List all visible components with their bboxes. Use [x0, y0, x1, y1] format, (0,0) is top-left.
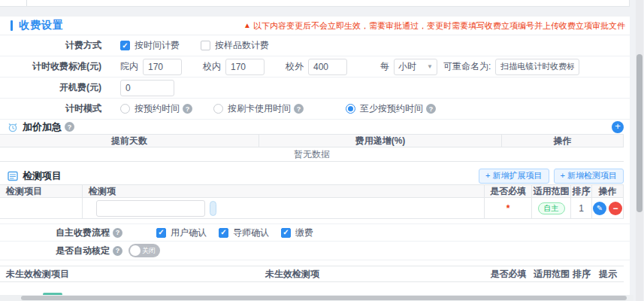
toggle-knob	[130, 245, 141, 256]
radio-by-card-usage[interactable]	[213, 104, 223, 114]
surcharge-col-days: 提前天数	[0, 135, 259, 147]
question-icon[interactable]: ?	[113, 246, 122, 256]
table-row: * 自主 1 ✎ −	[0, 198, 624, 219]
auto-confirm-toggle[interactable]: 关闭	[128, 244, 160, 257]
inactive-items-table-header: 未生效检测项目 未生效检测项 是否必填 适用范围 排序 提示	[0, 266, 624, 282]
test-items-table: 检测项目 检测项 是否必填 适用范围 排序 操作 * 自主 1 ✎ −	[0, 184, 624, 219]
remove-icon[interactable]: −	[609, 202, 622, 215]
add-extended-item-button[interactable]: + 新增扩展项目	[479, 169, 549, 184]
test-row-item-cell	[83, 198, 485, 218]
radio-at-least-reservation[interactable]	[346, 104, 355, 114]
horizontal-scrollbar	[0, 295, 633, 301]
scope-badge: 自主	[538, 202, 565, 214]
billing-method-label: 计费方式	[0, 39, 101, 52]
rate-campus-input[interactable]	[225, 59, 265, 75]
rate-campus-label: 校内	[203, 60, 221, 73]
inactive-col-order: 排序	[571, 268, 592, 281]
hourly-rate-label: 计时收费标准(元)	[0, 60, 101, 73]
title-accent-bar	[11, 20, 13, 31]
fee-settings-page: 收费设置 ▲ 以下内容变更后不会立即生效，需要审批通过，变更时需要填写收费立项编…	[0, 0, 644, 301]
divider	[26, 0, 27, 6]
fee-settings-card: 收费设置 ▲ 以下内容变更后不会立即生效，需要审批通过，变更时需要填写收费立项编…	[0, 17, 630, 295]
test-col-project: 检测项目	[0, 185, 83, 197]
inactive-col-scope: 适用范围	[532, 268, 571, 281]
self-fee-process-label: 自主收费流程	[0, 227, 110, 239]
inactive-col-item: 未生效检测项	[259, 268, 485, 281]
checkbox-payment[interactable]	[281, 228, 291, 238]
checkbox-tutor-confirm-label: 导师确认	[233, 227, 269, 239]
question-icon[interactable]: ?	[183, 104, 192, 114]
previous-card-edge	[0, 0, 630, 7]
checkbox-sample-billing[interactable]	[201, 41, 210, 50]
test-col-order: 排序	[571, 185, 592, 197]
test-item-input[interactable]	[96, 200, 205, 217]
auto-confirm-row: 是否自动核定 ? 关闭	[0, 242, 630, 260]
radio-by-reservation[interactable]	[120, 104, 130, 114]
test-col-required: 是否必填	[485, 185, 532, 197]
surcharge-col-increase: 费用递增(%)	[259, 135, 502, 147]
startup-fee-input[interactable]	[120, 80, 174, 96]
inactive-col-required: 是否必填	[485, 268, 532, 281]
toggle-state-text: 关闭	[142, 246, 156, 255]
self-fee-process-row: 自主收费流程 ? 用户确认 导师确认 缴费	[0, 223, 630, 242]
test-row-project-cell	[0, 198, 83, 218]
surcharge-section-header: 加价加急 ? +	[0, 120, 630, 134]
rate-internal-input[interactable]	[143, 59, 182, 75]
approval-warning: ▲ 以下内容变更后不会立即生效，需要审批通过，变更时需要填写收费立项编号并上传收…	[243, 20, 625, 32]
checkbox-time-billing[interactable]	[120, 41, 130, 50]
surcharge-col-actions: 操作	[502, 135, 624, 147]
unit-select[interactable]: 小时 ▼	[394, 59, 437, 75]
test-col-item: 检测项	[83, 185, 485, 197]
add-test-item-button[interactable]: + 新增检测项目	[554, 169, 624, 184]
drag-handle-icon[interactable]	[210, 201, 216, 216]
question-icon[interactable]: ?	[65, 122, 74, 132]
question-icon[interactable]: ?	[113, 228, 122, 238]
chevron-down-icon: ▼	[427, 63, 433, 70]
surcharge-title: 加价加急	[23, 120, 62, 134]
vertical-scrollbar-thumb[interactable]	[636, 54, 642, 212]
test-items-section-header: 检测项目 + 新增扩展项目 + 新增检测项目	[0, 167, 630, 184]
hourly-rate-row: 计时收费标准(元) 院内 校内 校外 每 小时 ▼ 可重命名为:	[0, 56, 630, 78]
checkbox-time-billing-label: 按时间计费	[135, 39, 180, 52]
vertical-scrollbar	[636, 0, 643, 301]
required-mark: *	[506, 203, 510, 214]
rate-external-input[interactable]	[308, 59, 347, 75]
list-icon	[8, 171, 18, 181]
auto-confirm-label: 是否自动核定	[0, 245, 110, 257]
inactive-col-project: 未生效检测项目	[0, 268, 259, 281]
add-surcharge-button[interactable]: +	[612, 121, 624, 133]
horizontal-scrollbar-thumb[interactable]	[21, 296, 627, 300]
edit-icon[interactable]: ✎	[593, 202, 606, 215]
checkbox-tutor-confirm[interactable]	[219, 228, 228, 238]
radio-by-reservation-label: 按预约时间	[135, 102, 180, 115]
test-items-title: 检测项目	[23, 169, 62, 183]
surcharge-empty-state: 暂无数据	[0, 147, 624, 162]
warning-icon: ▲	[243, 22, 251, 29]
question-icon[interactable]: ?	[426, 104, 436, 114]
order-value: 1	[571, 198, 592, 218]
checkbox-sample-billing-label: 按样品数计费	[215, 39, 269, 52]
timing-mode-row: 计时模式 按预约时间 ? 按刷卡使用时间 ? 至少按预约时间 ?	[0, 99, 630, 120]
checkbox-user-confirm-label: 用户确认	[171, 227, 207, 239]
section-header-row: 收费设置 ▲ 以下内容变更后不会立即生效，需要审批通过，变更时需要填写收费立项编…	[0, 17, 630, 35]
per-label: 每	[380, 60, 389, 73]
rename-input[interactable]	[495, 59, 579, 75]
timing-mode-label: 计时模式	[0, 102, 101, 115]
checkbox-payment-label: 缴费	[295, 227, 313, 239]
billing-method-row: 计费方式 按时间计费 按样品数计费	[0, 35, 630, 56]
page-title: 收费设置	[19, 19, 64, 32]
checkbox-user-confirm[interactable]	[156, 228, 166, 238]
warning-text: 以下内容变更后不会立即生效，需要审批通过，变更时需要填写收费立项编号并上传收费立…	[253, 20, 625, 32]
inactive-col-hint: 提示	[592, 268, 624, 281]
test-col-scope: 适用范围	[532, 185, 571, 197]
radio-at-least-reservation-label: 至少按预约时间	[360, 102, 423, 115]
alarm-clock-icon	[8, 122, 18, 132]
question-icon[interactable]: ?	[294, 104, 304, 114]
surcharge-table: 提前天数 费用递增(%) 操作 暂无数据	[0, 134, 624, 162]
startup-fee-label: 开机费(元)	[0, 81, 101, 94]
rename-label: 可重命名为:	[443, 60, 491, 73]
radio-by-card-usage-label: 按刷卡使用时间	[228, 102, 291, 115]
startup-fee-row: 开机费(元)	[0, 78, 630, 99]
test-col-actions: 操作	[592, 185, 624, 197]
unit-select-value: 小时	[398, 60, 416, 73]
